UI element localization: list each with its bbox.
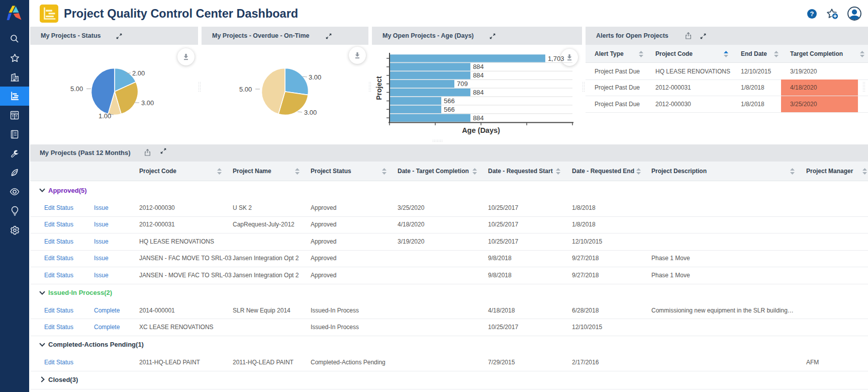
- svg-text:3.00: 3.00: [309, 73, 321, 81]
- svg-text:?: ?: [810, 10, 814, 18]
- svg-text:884: 884: [473, 71, 484, 79]
- svg-text:884: 884: [473, 89, 484, 96]
- svg-text:3.00: 3.00: [304, 109, 317, 116]
- svg-text:3.00: 3.00: [141, 99, 154, 107]
- svg-text:1,703: 1,703: [548, 55, 564, 62]
- svg-text:709: 709: [457, 80, 468, 88]
- svg-text:2.00: 2.00: [132, 69, 145, 77]
- svg-text:566: 566: [444, 106, 455, 113]
- svg-text:Age (Days): Age (Days): [462, 126, 500, 134]
- svg-text:5.00: 5.00: [239, 86, 252, 93]
- svg-text:5.00: 5.00: [70, 85, 83, 93]
- svg-text:566: 566: [444, 97, 455, 105]
- svg-text:Project: Project: [375, 76, 383, 100]
- svg-text:1.00: 1.00: [99, 112, 111, 120]
- svg-text:884: 884: [473, 114, 484, 122]
- svg-text:884: 884: [473, 63, 484, 70]
